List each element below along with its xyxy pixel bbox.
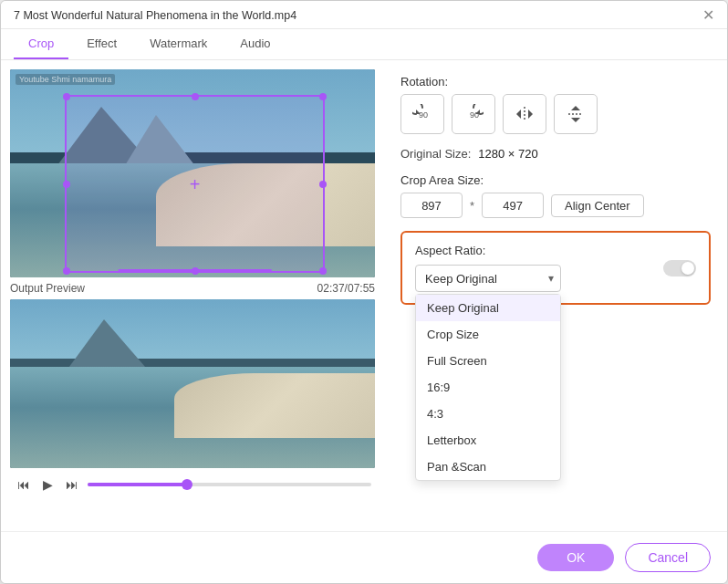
rotation-row: 90 90 [400,94,711,134]
tab-audio[interactable]: Audio [225,29,285,59]
dropdown-item-letterbox[interactable]: Letterbox [416,427,560,454]
crop-handle-tr[interactable] [319,93,327,100]
toggle-knob [681,262,694,275]
dropdown-item-4-3[interactable]: 4:3 [416,401,560,427]
original-size-value: 1280 × 720 [478,147,537,161]
crop-box[interactable] [65,95,325,273]
crop-handle-bl[interactable] [63,267,70,275]
dropdown-item-crop-size[interactable]: Crop Size [416,321,560,348]
tab-crop[interactable]: Crop [14,29,68,59]
crop-handle-tm[interactable] [192,93,199,100]
dropdown-item-pan-scan[interactable]: Pan &Scan [416,454,560,480]
title-bar: 7 Most Wonderful Natural Phenomena in th… [1,1,727,29]
crop-width-input[interactable] [400,193,463,218]
svg-marker-5 [516,110,521,119]
tab-bar: Crop Effect Watermark Audio [1,29,727,60]
crop-size-row: * Align Center [400,193,711,218]
svg-marker-9 [571,118,580,122]
rotate-cw-button[interactable]: 90 [452,94,495,134]
output-preview-label: Output Preview [10,282,85,295]
size-separator: * [470,199,474,213]
progress-track[interactable] [88,483,371,486]
progress-fill [88,483,187,486]
aspect-ratio-label: Aspect Ratio: [415,244,696,257]
align-center-button[interactable]: Align Center [551,194,644,217]
flip-h-icon [515,104,535,124]
aspect-ratio-dropdown: Keep Original Crop Size Full Screen 16:9… [415,294,561,481]
play-button[interactable]: ▶ [39,475,57,494]
aspect-ratio-section: Aspect Ratio: Keep OriginalCrop SizeFull… [400,231,711,305]
rotation-label: Rotation: [400,75,711,89]
output-scene-shore [174,373,375,437]
timestamp-label: 02:37/07:55 [317,282,375,295]
tab-effect[interactable]: Effect [72,29,131,59]
cancel-button[interactable]: Cancel [625,543,711,572]
crop-bottom-line [118,269,272,271]
svg-text:90: 90 [419,110,428,120]
rotate-ccw-button[interactable]: 90 [400,94,444,134]
progress-thumb[interactable] [182,479,192,490]
rotate-ccw-icon: 90 [412,104,432,124]
ok-button[interactable]: OK [537,544,614,571]
crop-height-input[interactable] [482,193,544,218]
step-forward-button[interactable]: ⏭ [62,475,82,494]
flip-vertical-button[interactable] [554,94,598,134]
svg-marker-8 [571,106,580,110]
rotate-cw-icon: 90 [463,104,484,124]
crop-area-section: Crop Area Size: * Align Center [400,173,711,218]
flip-horizontal-button[interactable] [503,94,546,134]
content-area: Youtube Shmi namamura Output Preview [1,60,727,531]
close-button[interactable]: ✕ [702,8,714,23]
main-window: 7 Most Wonderful Natural Phenomena in th… [0,0,728,584]
step-back-button[interactable]: ⏮ [14,475,34,494]
reset-toggle [663,260,696,276]
bottom-bar: OK Cancel [1,531,727,583]
right-panel: Rotation: 90 90 [384,60,727,531]
crop-handle-mr[interactable] [319,181,327,188]
original-size-row: Original Size: 1280 × 720 [400,147,711,161]
watermark-label: Youtube Shmi namamura [16,74,115,85]
crop-handle-tl[interactable] [63,93,70,100]
flip-v-icon [566,104,586,124]
crop-handle-ml[interactable] [63,181,70,188]
dropdown-item-16-9[interactable]: 16:9 [416,374,560,401]
toggle-track[interactable] [663,260,696,276]
crop-handle-br[interactable] [319,267,327,275]
preview-label-row: Output Preview 02:37/07:55 [10,277,375,299]
aspect-select-wrapper: Keep OriginalCrop SizeFull Screen16:94:3… [415,265,561,292]
output-preview [10,299,375,468]
aspect-ratio-select[interactable]: Keep OriginalCrop SizeFull Screen16:94:3… [415,265,561,292]
playback-bar: ⏮ ▶ ⏭ [10,468,375,499]
window-title: 7 Most Wonderful Natural Phenomena in th… [14,9,296,22]
crop-area-label: Crop Area Size: [400,173,711,187]
original-size-label: Original Size: [400,147,471,161]
svg-marker-6 [528,110,533,119]
dropdown-item-keep-original[interactable]: Keep Original [416,295,560,321]
left-panel: Youtube Shmi namamura Output Preview [1,60,384,531]
video-preview: Youtube Shmi namamura [10,69,375,277]
rotation-section: Rotation: 90 90 [400,75,711,134]
dropdown-item-full-screen[interactable]: Full Screen [416,348,560,374]
tab-watermark[interactable]: Watermark [135,29,222,59]
